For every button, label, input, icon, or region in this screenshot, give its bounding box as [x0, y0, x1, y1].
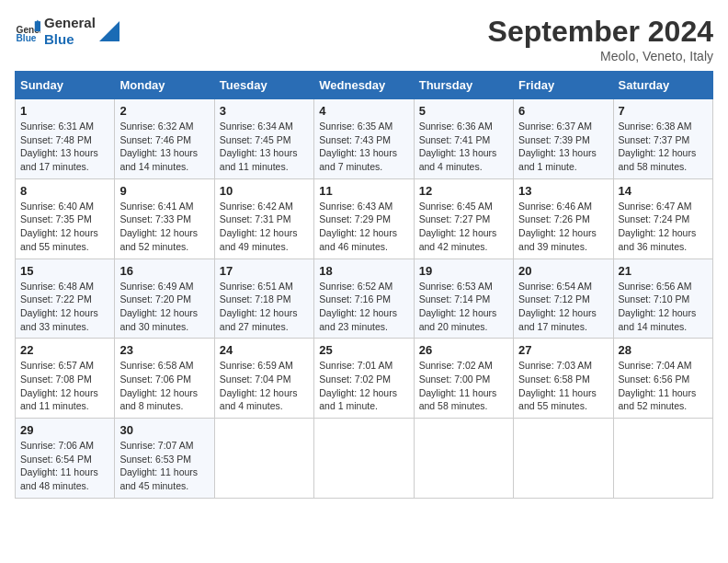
day-info: Sunrise: 6:47 AM Sunset: 7:24 PM Dayligh… — [619, 200, 708, 254]
day-number: 11 — [319, 184, 408, 198]
calendar-cell — [414, 419, 513, 499]
header-saturday: Saturday — [613, 72, 712, 99]
calendar-table: SundayMondayTuesdayWednesdayThursdayFrid… — [15, 71, 713, 499]
header-sunday: Sunday — [16, 72, 115, 99]
day-info: Sunrise: 6:57 AM Sunset: 7:08 PM Dayligh… — [20, 359, 109, 413]
calendar-cell — [214, 419, 313, 499]
week-row-5: 29Sunrise: 7:06 AM Sunset: 6:54 PM Dayli… — [16, 419, 713, 499]
calendar-cell: 29Sunrise: 7:06 AM Sunset: 6:54 PM Dayli… — [16, 419, 115, 499]
day-number: 25 — [319, 343, 408, 357]
day-info: Sunrise: 6:40 AM Sunset: 7:35 PM Dayligh… — [20, 200, 109, 254]
calendar-cell: 24Sunrise: 6:59 AM Sunset: 7:04 PM Dayli… — [214, 339, 313, 419]
week-row-1: 1Sunrise: 6:31 AM Sunset: 7:48 PM Daylig… — [16, 99, 713, 179]
calendar-cell — [613, 419, 712, 499]
calendar-cell: 11Sunrise: 6:43 AM Sunset: 7:29 PM Dayli… — [314, 178, 414, 259]
day-info: Sunrise: 6:43 AM Sunset: 7:29 PM Dayligh… — [319, 200, 408, 254]
day-info: Sunrise: 6:49 AM Sunset: 7:20 PM Dayligh… — [119, 280, 209, 334]
day-number: 18 — [319, 264, 408, 278]
calendar-cell — [514, 419, 613, 499]
day-info: Sunrise: 6:32 AM Sunset: 7:46 PM Dayligh… — [119, 120, 209, 174]
day-info: Sunrise: 6:34 AM Sunset: 7:45 PM Dayligh… — [220, 120, 309, 174]
day-info: Sunrise: 6:38 AM Sunset: 7:37 PM Dayligh… — [619, 120, 708, 174]
day-info: Sunrise: 6:45 AM Sunset: 7:27 PM Dayligh… — [419, 200, 508, 254]
day-info: Sunrise: 6:41 AM Sunset: 7:33 PM Dayligh… — [119, 200, 209, 254]
day-info: Sunrise: 6:56 AM Sunset: 7:10 PM Dayligh… — [619, 280, 708, 334]
header-monday: Monday — [115, 72, 214, 99]
calendar-cell: 8Sunrise: 6:40 AM Sunset: 7:35 PM Daylig… — [16, 178, 115, 259]
calendar-cell: 1Sunrise: 6:31 AM Sunset: 7:48 PM Daylig… — [16, 99, 115, 179]
calendar-cell: 6Sunrise: 6:37 AM Sunset: 7:39 PM Daylig… — [514, 99, 613, 179]
day-info: Sunrise: 6:52 AM Sunset: 7:16 PM Dayligh… — [319, 280, 408, 334]
day-number: 5 — [419, 104, 508, 118]
calendar-cell: 28Sunrise: 7:04 AM Sunset: 6:56 PM Dayli… — [613, 339, 712, 419]
calendar-cell: 15Sunrise: 6:48 AM Sunset: 7:22 PM Dayli… — [16, 259, 115, 339]
day-info: Sunrise: 6:53 AM Sunset: 7:14 PM Dayligh… — [419, 280, 508, 334]
day-number: 14 — [619, 184, 708, 198]
day-info: Sunrise: 7:03 AM Sunset: 6:58 PM Dayligh… — [518, 359, 608, 413]
logo: General Blue General Blue — [15, 15, 119, 48]
logo-line2: Blue — [44, 31, 96, 48]
day-number: 4 — [319, 104, 408, 118]
day-number: 22 — [20, 343, 109, 357]
svg-text:Blue: Blue — [17, 33, 37, 43]
calendar-cell: 5Sunrise: 6:36 AM Sunset: 7:41 PM Daylig… — [414, 99, 513, 179]
day-info: Sunrise: 6:59 AM Sunset: 7:04 PM Dayligh… — [220, 359, 309, 413]
calendar-cell: 26Sunrise: 7:02 AM Sunset: 7:00 PM Dayli… — [414, 339, 513, 419]
day-number: 28 — [619, 343, 708, 357]
day-number: 16 — [119, 264, 209, 278]
day-info: Sunrise: 6:37 AM Sunset: 7:39 PM Dayligh… — [518, 120, 608, 174]
day-number: 27 — [518, 343, 608, 357]
calendar-cell: 18Sunrise: 6:52 AM Sunset: 7:16 PM Dayli… — [314, 259, 414, 339]
day-info: Sunrise: 6:51 AM Sunset: 7:18 PM Dayligh… — [220, 280, 309, 334]
page-header: General Blue General Blue September 2024… — [15, 15, 713, 63]
day-info: Sunrise: 6:46 AM Sunset: 7:26 PM Dayligh… — [518, 200, 608, 254]
calendar-cell: 10Sunrise: 6:42 AM Sunset: 7:31 PM Dayli… — [214, 178, 313, 259]
header-wednesday: Wednesday — [314, 72, 414, 99]
day-info: Sunrise: 6:31 AM Sunset: 7:48 PM Dayligh… — [20, 120, 109, 174]
blue-triangle-icon — [99, 21, 119, 41]
day-number: 29 — [20, 423, 109, 437]
week-row-3: 15Sunrise: 6:48 AM Sunset: 7:22 PM Dayli… — [16, 259, 713, 339]
day-info: Sunrise: 6:48 AM Sunset: 7:22 PM Dayligh… — [20, 280, 109, 334]
week-row-4: 22Sunrise: 6:57 AM Sunset: 7:08 PM Dayli… — [16, 339, 713, 419]
day-number: 26 — [419, 343, 508, 357]
calendar-cell: 17Sunrise: 6:51 AM Sunset: 7:18 PM Dayli… — [214, 259, 313, 339]
calendar-cell: 30Sunrise: 7:07 AM Sunset: 6:53 PM Dayli… — [115, 419, 214, 499]
calendar-cell: 7Sunrise: 6:38 AM Sunset: 7:37 PM Daylig… — [613, 99, 712, 179]
day-number: 7 — [619, 104, 708, 118]
day-info: Sunrise: 6:42 AM Sunset: 7:31 PM Dayligh… — [220, 200, 309, 254]
day-info: Sunrise: 7:01 AM Sunset: 7:02 PM Dayligh… — [319, 359, 408, 413]
calendar-cell: 23Sunrise: 6:58 AM Sunset: 7:06 PM Dayli… — [115, 339, 214, 419]
day-number: 2 — [119, 104, 209, 118]
header-friday: Friday — [514, 72, 613, 99]
day-number: 3 — [220, 104, 309, 118]
day-number: 23 — [119, 343, 209, 357]
header-tuesday: Tuesday — [214, 72, 313, 99]
day-info: Sunrise: 6:36 AM Sunset: 7:41 PM Dayligh… — [419, 120, 508, 174]
day-number: 6 — [518, 104, 608, 118]
calendar-cell: 3Sunrise: 6:34 AM Sunset: 7:45 PM Daylig… — [214, 99, 313, 179]
day-number: 8 — [20, 184, 109, 198]
location-label: Meolo, Veneto, Italy — [488, 49, 713, 63]
day-number: 10 — [220, 184, 309, 198]
calendar-cell: 4Sunrise: 6:35 AM Sunset: 7:43 PM Daylig… — [314, 99, 414, 179]
calendar-cell: 19Sunrise: 6:53 AM Sunset: 7:14 PM Dayli… — [414, 259, 513, 339]
calendar-cell: 9Sunrise: 6:41 AM Sunset: 7:33 PM Daylig… — [115, 178, 214, 259]
logo-line1: General — [44, 15, 96, 31]
calendar-cell: 27Sunrise: 7:03 AM Sunset: 6:58 PM Dayli… — [514, 339, 613, 419]
calendar-cell: 2Sunrise: 6:32 AM Sunset: 7:46 PM Daylig… — [115, 99, 214, 179]
day-number: 12 — [419, 184, 508, 198]
calendar-cell — [314, 419, 414, 499]
day-number: 21 — [619, 264, 708, 278]
day-info: Sunrise: 7:04 AM Sunset: 6:56 PM Dayligh… — [619, 359, 708, 413]
day-number: 15 — [20, 264, 109, 278]
day-info: Sunrise: 6:58 AM Sunset: 7:06 PM Dayligh… — [119, 359, 209, 413]
day-number: 17 — [220, 264, 309, 278]
day-number: 24 — [220, 343, 309, 357]
calendar-cell: 16Sunrise: 6:49 AM Sunset: 7:20 PM Dayli… — [115, 259, 214, 339]
calendar-cell: 14Sunrise: 6:47 AM Sunset: 7:24 PM Dayli… — [613, 178, 712, 259]
svg-marker-4 — [99, 21, 119, 41]
title-block: September 2024 Meolo, Veneto, Italy — [488, 15, 713, 63]
header-thursday: Thursday — [414, 72, 513, 99]
day-info: Sunrise: 7:06 AM Sunset: 6:54 PM Dayligh… — [20, 439, 109, 493]
